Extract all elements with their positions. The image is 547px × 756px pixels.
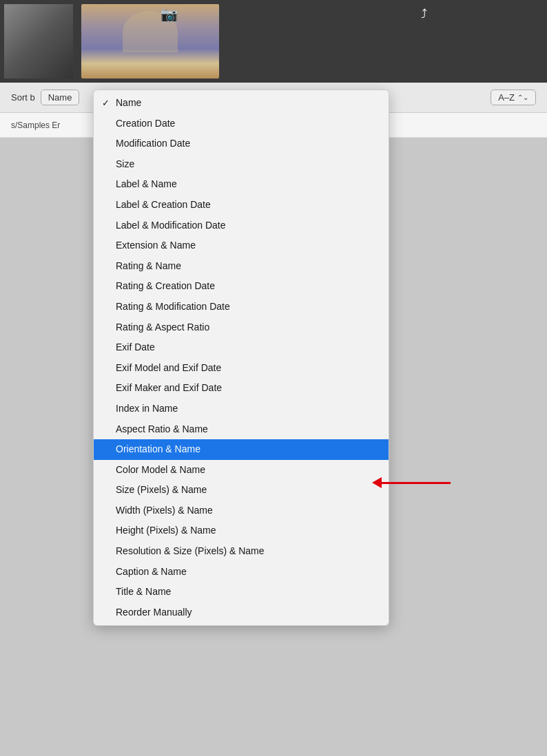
menu-item-exif-model-and-exif-date[interactable]: Exif Model and Exif Date [94, 358, 389, 379]
menu-item-reorder-manually[interactable]: Reorder Manually [94, 602, 389, 623]
menu-item-size-pixels-name[interactable]: Size (Pixels) & Name [94, 480, 389, 501]
menu-item-width-pixels-name[interactable]: Width (Pixels) & Name [94, 501, 389, 521]
menu-item-aspect-ratio-name[interactable]: Aspect Ratio & Name [94, 419, 389, 440]
menu-item-rating-aspect-ratio[interactable]: Rating & Aspect Ratio [94, 317, 389, 338]
sort-menu: NameCreation DateModification DateSizeLa… [93, 90, 389, 626]
menu-item-rating-name[interactable]: Rating & Name [94, 256, 389, 277]
photo-strip [0, 0, 547, 83]
menu-item-index-in-name[interactable]: Index in Name [94, 399, 389, 419]
share-icon[interactable]: ⤴ [413, 6, 434, 23]
sort-order-button[interactable]: A–Z ⌃⌄ [491, 90, 536, 105]
menu-item-color-model-name[interactable]: Color Model & Name [94, 460, 389, 481]
menu-item-extension-name[interactable]: Extension & Name [94, 235, 389, 256]
menu-item-rating-creation-date[interactable]: Rating & Creation Date [94, 276, 389, 297]
menu-item-orientation-name[interactable]: Orientation & Name [94, 439, 389, 460]
menu-item-label-creation-date[interactable]: Label & Creation Date [94, 195, 389, 216]
sort-current-value: Name [48, 92, 72, 103]
menu-item-caption-name[interactable]: Caption & Name [94, 562, 389, 582]
sort-order-label: A–Z [498, 92, 515, 103]
menu-item-label-modification-date[interactable]: Label & Modification Date [94, 216, 389, 236]
photo-thumb-dark [4, 4, 73, 78]
path-text: s/Samples Er [11, 120, 60, 130]
annotation-arrow [372, 477, 451, 488]
menu-item-resolution-size-pixels-name[interactable]: Resolution & Size (Pixels) & Name [94, 541, 389, 562]
menu-item-size[interactable]: Size [94, 154, 389, 175]
sort-dropdown[interactable]: Name [41, 90, 80, 105]
menu-item-rating-modification-date[interactable]: Rating & Modification Date [94, 297, 389, 317]
camera-icon[interactable]: 📷 [158, 6, 179, 23]
sort-by-label: Sort b [11, 92, 35, 103]
sort-stepper-icon: ⌃⌄ [517, 94, 528, 101]
arrow-line [382, 482, 451, 484]
menu-item-exif-date[interactable]: Exif Date [94, 337, 389, 358]
menu-item-label-name[interactable]: Label & Name [94, 174, 389, 195]
menu-item-height-pixels-name[interactable]: Height (Pixels) & Name [94, 521, 389, 541]
menu-item-creation-date[interactable]: Creation Date [94, 114, 389, 134]
arrow-head [372, 477, 382, 488]
photo-thumb-art [81, 4, 219, 78]
menu-item-exif-maker-and-exif-date[interactable]: Exif Maker and Exif Date [94, 378, 389, 399]
menu-item-title-name[interactable]: Title & Name [94, 582, 389, 602]
menu-item-modification-date[interactable]: Modification Date [94, 134, 389, 154]
menu-item-name[interactable]: Name [94, 93, 389, 114]
